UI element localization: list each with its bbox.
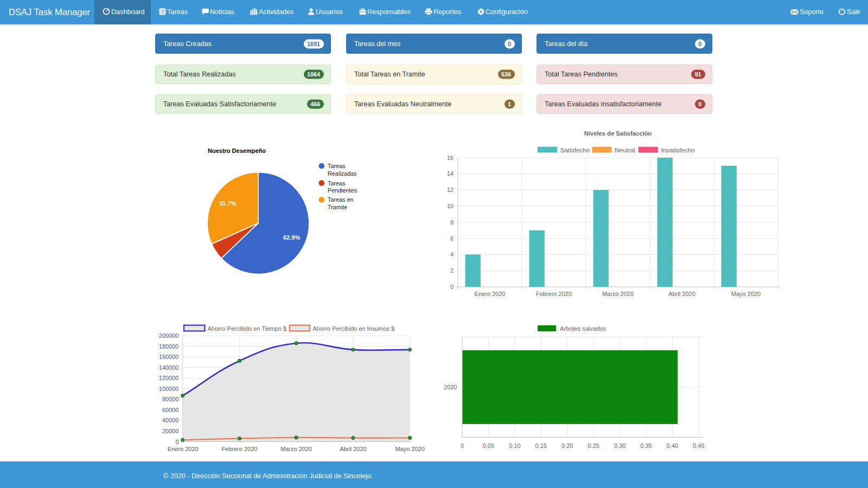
svg-text:0.30: 0.30 [614,442,626,449]
svg-text:6: 6 [450,235,454,242]
svg-text:0.20: 0.20 [561,442,573,449]
svg-text:2: 2 [450,267,454,274]
svg-text:Satisfecho: Satisfecho [560,146,590,153]
svg-text:8: 8 [450,219,454,226]
svg-text:Marzo 2020: Marzo 2020 [280,446,312,452]
svg-text:Febrero 2020: Febrero 2020 [221,446,257,452]
svg-text:0.25: 0.25 [588,442,599,449]
svg-text:Insatisfecho: Insatisfecho [661,146,695,153]
svg-text:0.45: 0.45 [693,442,704,449]
svg-text:40000: 40000 [162,417,179,423]
svg-text:14: 14 [447,170,454,177]
svg-text:180000: 180000 [159,343,179,350]
svg-text:Mayo 2020: Mayo 2020 [395,446,424,452]
svg-text:31.7%: 31.7% [219,200,236,207]
svg-text:0: 0 [450,284,454,290]
svg-text:Enero 2020: Enero 2020 [168,446,199,452]
svg-text:Pendientes: Pendientes [328,187,358,194]
svg-text:0.15: 0.15 [535,442,547,449]
svg-text:0.05: 0.05 [483,442,494,449]
svg-text:Realizadas: Realizadas [328,170,357,177]
svg-text:Ahorro Percibido en Insumos $: Ahorro Percibido en Insumos $ [312,325,394,332]
svg-text:Abril 2020: Abril 2020 [340,446,367,452]
svg-text:12: 12 [447,187,454,193]
svg-text:0.10: 0.10 [509,442,520,449]
svg-text:Nuestro Desempeño: Nuestro Desempeño [208,147,266,154]
svg-text:20000: 20000 [162,428,179,434]
svg-text:0.40: 0.40 [667,442,678,449]
svg-text:Niveles de Satisfacción: Niveles de Satisfacción [584,130,652,137]
svg-text:100000: 100000 [159,386,179,392]
svg-text:Tareas: Tareas [328,180,346,187]
svg-text:80000: 80000 [162,396,179,402]
svg-text:200000: 200000 [159,332,179,339]
svg-text:Febrero 2020: Febrero 2020 [536,291,572,297]
svg-text:140000: 140000 [159,364,179,371]
svg-text:4: 4 [450,251,454,258]
svg-text:10: 10 [447,203,454,209]
svg-text:Enero 2020: Enero 2020 [475,291,506,297]
svg-text:Mayo 2020: Mayo 2020 [731,291,761,297]
svg-text:Marzo 2020: Marzo 2020 [602,291,634,297]
svg-text:0: 0 [461,442,464,449]
svg-text:62.9%: 62.9% [283,234,300,241]
svg-text:60000: 60000 [162,407,179,413]
svg-text:Tareas: Tareas [328,163,346,169]
svg-text:160000: 160000 [159,354,179,360]
svg-text:120000: 120000 [159,375,179,381]
svg-text:Abril 2020: Abril 2020 [668,291,695,297]
svg-text:Arboles salvados: Arboles salvados [560,325,607,332]
svg-text:2020: 2020 [444,384,457,390]
svg-text:Neutral: Neutral [615,146,635,153]
svg-text:16: 16 [447,155,454,161]
svg-text:0.35: 0.35 [640,442,652,449]
svg-text:Tareas en: Tareas en [328,196,353,203]
svg-text:Tramite: Tramite [328,204,347,210]
svg-text:Ahorro Percibido en Tiempo $: Ahorro Percibido en Tiempo $ [208,325,287,332]
svg-text:0: 0 [175,439,178,445]
